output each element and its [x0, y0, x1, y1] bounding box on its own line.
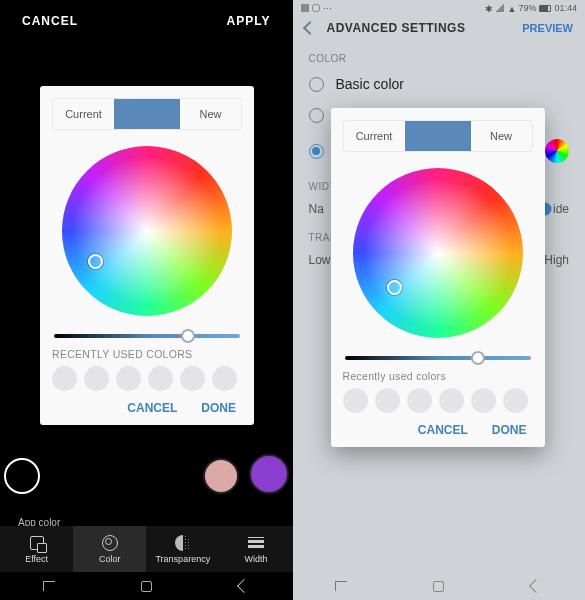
effect-icon [30, 536, 44, 550]
nav-home-icon[interactable] [432, 579, 446, 593]
tab-color-label: Color [99, 554, 121, 564]
recent-swatch[interactable] [439, 388, 464, 413]
width-icon [248, 537, 264, 548]
color-wheel-wrap [343, 152, 533, 350]
recent-colors-row [52, 366, 242, 391]
tab-color[interactable]: Color [73, 526, 146, 572]
status-bar: ⋯ ✱ ▲ 79% 01:44 [293, 0, 586, 13]
nav-home-icon[interactable] [139, 579, 153, 593]
recent-swatch[interactable] [471, 388, 496, 413]
recent-swatch[interactable] [503, 388, 528, 413]
recent-swatch[interactable] [343, 388, 368, 413]
screenshot-icon [301, 4, 309, 12]
wheel-cursor-icon[interactable] [387, 280, 402, 295]
current-label: Current [344, 122, 405, 150]
section-color: COLOR [293, 43, 586, 68]
radio-icon[interactable] [309, 108, 324, 123]
wheel-cursor-icon[interactable] [88, 254, 103, 269]
picker-done-button[interactable]: DONE [201, 401, 236, 415]
card-actions: CANCEL DONE [52, 401, 242, 415]
picker-done-button[interactable]: DONE [492, 423, 527, 437]
tab-effect-label: Effect [25, 554, 48, 564]
recent-swatch[interactable] [375, 388, 400, 413]
cloud-icon [312, 4, 320, 12]
brightness-thumb[interactable] [471, 351, 485, 365]
brightness-slider[interactable] [54, 334, 240, 338]
left-screen: CANCEL APPLY App color Effect Color Tran… [0, 0, 293, 600]
picker-cancel-button[interactable]: CANCEL [127, 401, 177, 415]
battery-icon [539, 5, 551, 12]
recent-swatch[interactable] [407, 388, 432, 413]
current-label: Current [53, 100, 114, 128]
tab-width[interactable]: Width [219, 526, 292, 572]
bluetooth-icon: ✱ [485, 4, 493, 12]
recent-colors-row [343, 388, 533, 413]
recent-swatch[interactable] [52, 366, 77, 391]
recent-swatch[interactable] [148, 366, 173, 391]
tab-width-label: Width [244, 554, 267, 564]
recent-swatch[interactable] [116, 366, 141, 391]
brightness-slider[interactable] [345, 356, 531, 360]
battery-pct: 79% [518, 3, 536, 13]
new-label: New [471, 122, 532, 150]
apply-button[interactable]: APPLY [227, 14, 271, 28]
brightness-thumb[interactable] [181, 329, 195, 343]
right-screen: ⋯ ✱ ▲ 79% 01:44 ADVANCED SETTINGS PREVIE… [293, 0, 586, 600]
color-picker-card-left: Current New RECENTLY USED COLORS [40, 86, 254, 425]
nav-recent-icon[interactable] [334, 579, 348, 593]
color-swatch [405, 121, 471, 151]
bg-swatch-left[interactable] [4, 458, 40, 494]
card-actions: CANCEL DONE [343, 423, 533, 437]
transp-min-label: Low [309, 253, 331, 267]
nav-back-icon[interactable] [529, 579, 543, 593]
recent-colors-label: Recently used colors [343, 370, 533, 382]
left-topbar: CANCEL APPLY [0, 0, 293, 42]
cancel-button[interactable]: CANCEL [22, 14, 78, 28]
signal-icon [496, 4, 504, 12]
left-nav-bar [0, 572, 293, 600]
swatch-row: Current New [52, 98, 242, 130]
width-min-label: Na [309, 202, 324, 216]
nav-recent-icon[interactable] [42, 579, 56, 593]
title-bar: ADVANCED SETTINGS PREVIEW [293, 13, 586, 43]
width-max-label: ide [553, 202, 569, 216]
status-icons-left: ⋯ [301, 4, 331, 12]
recent-colors-label: RECENTLY USED COLORS [52, 348, 242, 360]
bg-swatch-purple[interactable] [249, 454, 289, 494]
brightness-track [345, 356, 531, 360]
back-icon[interactable] [302, 21, 316, 35]
radio-icon[interactable] [309, 77, 324, 92]
transp-max-label: High [544, 253, 569, 267]
tab-transparency-label: Transparency [155, 554, 210, 564]
color-wheel[interactable] [62, 146, 232, 316]
nav-back-icon[interactable] [237, 579, 251, 593]
brightness-track [54, 334, 240, 338]
recent-swatch[interactable] [180, 366, 205, 391]
bottom-tabs: Effect Color Transparency Width [0, 526, 293, 572]
status-icons-right: ✱ ▲ 79% 01:44 [485, 3, 577, 13]
clock: 01:44 [554, 3, 577, 13]
recent-swatch[interactable] [84, 366, 109, 391]
swatch-row: Current New [343, 120, 533, 152]
recent-swatch[interactable] [212, 366, 237, 391]
right-nav-bar [293, 572, 586, 600]
option-basic-color[interactable]: Basic color [293, 68, 586, 100]
option-label: Basic color [336, 76, 404, 92]
bg-swatch-pink[interactable] [203, 458, 239, 494]
tab-effect[interactable]: Effect [0, 526, 73, 572]
tab-transparency[interactable]: Transparency [146, 526, 219, 572]
hue-wheel-icon [545, 139, 569, 163]
new-label: New [180, 100, 241, 128]
color-swatch [114, 99, 180, 129]
dots-icon: ⋯ [323, 4, 331, 12]
picker-cancel-button[interactable]: CANCEL [418, 423, 468, 437]
color-wheel[interactable] [353, 168, 523, 338]
color-wheel-wrap [52, 130, 242, 328]
wifi-icon: ▲ [507, 4, 515, 12]
transparency-icon [175, 535, 191, 551]
radio-icon-selected[interactable] [309, 144, 324, 159]
color-picker-card-right: Current New Recently used colors [331, 108, 545, 447]
preview-button[interactable]: PREVIEW [522, 22, 573, 34]
page-title: ADVANCED SETTINGS [327, 21, 466, 35]
palette-icon [102, 535, 118, 551]
